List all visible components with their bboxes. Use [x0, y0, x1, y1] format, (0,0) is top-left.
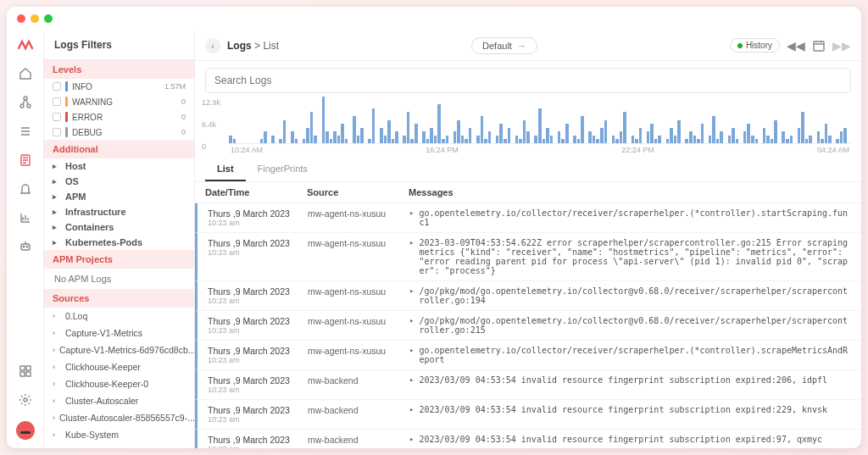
histogram-bar[interactable]: [771, 139, 774, 143]
histogram-bar[interactable]: [600, 128, 604, 143]
level-filter-info[interactable]: INFO1.57M: [44, 79, 194, 94]
checkbox[interactable]: [53, 97, 61, 106]
histogram-bar[interactable]: [743, 131, 747, 143]
source-item[interactable]: ›Capture-V1-Metrics-6d976cd8cb...: [44, 341, 194, 358]
histogram-bar[interactable]: [790, 136, 793, 143]
additional-item[interactable]: ▸Containers: [44, 219, 194, 235]
histogram-bar[interactable]: [437, 104, 441, 143]
histogram-bar[interactable]: [430, 128, 433, 143]
histogram-bar[interactable]: [623, 112, 626, 143]
histogram-bar[interactable]: [755, 139, 759, 143]
histogram-bar[interactable]: [233, 139, 236, 143]
robot-icon[interactable]: [18, 239, 33, 254]
histogram-bar[interactable]: [314, 136, 317, 143]
back-button[interactable]: ‹: [205, 38, 220, 53]
log-row[interactable]: Thurs ,9 March 202310:23 ammw-agent-ns-x…: [195, 203, 861, 233]
checkbox[interactable]: [53, 128, 61, 136]
search-input[interactable]: [205, 68, 851, 93]
log-row[interactable]: Thurs ,9 March 202310:23 ammw-agent-ns-x…: [195, 311, 861, 341]
histogram-bar[interactable]: [360, 128, 364, 143]
histogram-bar[interactable]: [720, 131, 723, 143]
histogram-bar[interactable]: [380, 128, 383, 143]
histogram-bar[interactable]: [446, 136, 449, 143]
histogram-bar[interactable]: [384, 136, 387, 143]
source-item[interactable]: ›Clickhouse-Keeper: [44, 358, 194, 375]
source-item[interactable]: ›Capture-V1-Metrics: [44, 325, 194, 341]
histogram-bar[interactable]: [519, 139, 522, 143]
histogram-bar[interactable]: [650, 124, 654, 143]
histogram-bar[interactable]: [426, 139, 430, 143]
histogram-bar[interactable]: [709, 136, 712, 143]
histogram-bar[interactable]: [264, 131, 267, 143]
minimize-window-dot[interactable]: [31, 14, 39, 23]
histogram-bar[interactable]: [453, 131, 457, 143]
histogram-bar[interactable]: [697, 139, 700, 143]
maximize-window-dot[interactable]: [44, 14, 53, 23]
histogram-bar[interactable]: [821, 139, 824, 143]
histogram-bar[interactable]: [260, 139, 264, 143]
histogram-bar[interactable]: [666, 139, 670, 143]
histogram-bar[interactable]: [712, 116, 715, 143]
histogram-bar[interactable]: [581, 116, 584, 143]
histogram-bar[interactable]: [798, 128, 801, 143]
histogram-bar[interactable]: [604, 120, 608, 144]
source-item[interactable]: ›Clickhouse-Keeper-0: [44, 375, 194, 392]
histogram-bar[interactable]: [538, 108, 542, 143]
histogram-bar[interactable]: [410, 139, 414, 143]
histogram-bar[interactable]: [461, 136, 465, 143]
histogram-bar[interactable]: [701, 124, 704, 143]
histogram-bar[interactable]: [542, 139, 546, 143]
histogram-bar[interactable]: [801, 112, 804, 143]
source-item[interactable]: ›Cluster-Autoscaler-85856557c9-...: [44, 409, 194, 426]
histogram-bar[interactable]: [620, 131, 623, 143]
calendar-icon[interactable]: [812, 39, 826, 53]
chevron-right-icon[interactable]: ▸: [409, 346, 414, 364]
histogram-bar[interactable]: [774, 120, 777, 144]
histogram-bar[interactable]: [484, 139, 487, 143]
apps-icon[interactable]: [18, 363, 33, 379]
nodes-icon[interactable]: [18, 95, 33, 110]
histogram-bar[interactable]: [565, 124, 569, 143]
histogram-bar[interactable]: [330, 139, 333, 143]
additional-item[interactable]: ▸Kubernetes-Pods: [44, 235, 194, 250]
histogram-bar[interactable]: [496, 136, 499, 143]
chevron-right-icon[interactable]: ▸: [409, 405, 414, 414]
histogram-bar[interactable]: [685, 139, 688, 143]
histogram-bar[interactable]: [736, 139, 739, 143]
histogram-bar[interactable]: [488, 131, 492, 143]
histogram-bar[interactable]: [481, 116, 484, 143]
source-item[interactable]: ›Cluster-Autoscaler: [44, 392, 194, 409]
tab-fingerprints[interactable]: FingerPrints: [246, 158, 320, 181]
histogram-bar[interactable]: [415, 124, 418, 143]
logs-icon[interactable]: [18, 153, 33, 168]
histogram-bar[interactable]: [295, 139, 298, 143]
histogram-bar[interactable]: [515, 136, 519, 143]
histogram-bar[interactable]: [457, 120, 460, 144]
avatar[interactable]: [16, 421, 35, 440]
histogram-bar[interactable]: [395, 131, 398, 143]
histogram-bar[interactable]: [747, 124, 750, 143]
histogram-bar[interactable]: [782, 131, 785, 143]
histogram-bar[interactable]: [615, 139, 619, 143]
histogram-bar[interactable]: [508, 128, 511, 143]
histogram-bar[interactable]: [387, 120, 391, 144]
histogram-bar[interactable]: [523, 120, 526, 144]
env-pill[interactable]: Default→: [471, 37, 537, 54]
histogram-bar[interactable]: [345, 139, 348, 143]
histogram-bar[interactable]: [635, 139, 638, 143]
histogram-bar[interactable]: [434, 136, 437, 143]
histogram-bar[interactable]: [561, 139, 565, 143]
col-source[interactable]: Source: [307, 187, 409, 197]
histogram-bar[interactable]: [534, 136, 537, 143]
histogram-bar[interactable]: [825, 124, 828, 143]
chart-icon[interactable]: [18, 210, 33, 225]
histogram-bar[interactable]: [469, 128, 472, 143]
log-row[interactable]: Thurs ,9 March 202310:23 ammw-backend▸20…: [195, 400, 861, 430]
histogram-bar[interactable]: [322, 97, 326, 143]
additional-item[interactable]: ▸APM: [44, 189, 194, 204]
brand-logo[interactable]: [18, 37, 33, 53]
histogram-bar[interactable]: [840, 131, 843, 143]
histogram-bar[interactable]: [407, 112, 410, 143]
log-row[interactable]: Thurs ,9 March 202310:23 ammw-agent-ns-x…: [195, 341, 861, 370]
additional-item[interactable]: ▸OS: [44, 174, 194, 189]
